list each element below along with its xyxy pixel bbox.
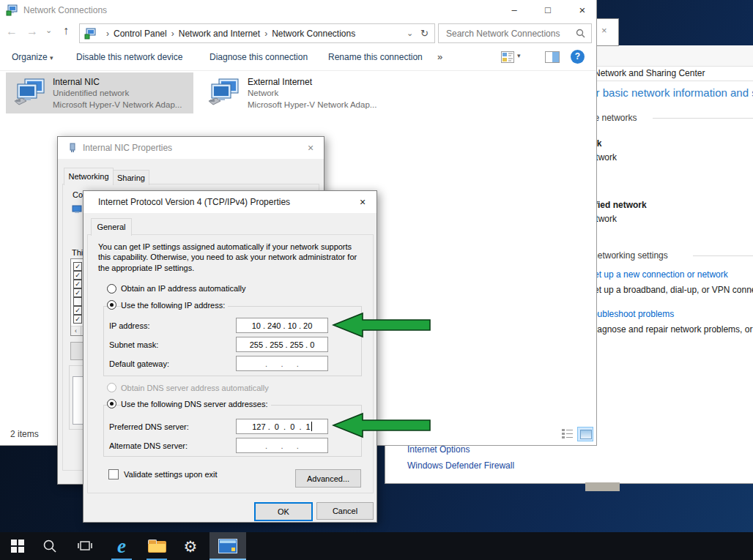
adapter-device: Microsoft Hyper-V Network Adap... bbox=[248, 100, 376, 109]
network-connections-app-icon bbox=[218, 539, 237, 553]
network-adapter-icon bbox=[207, 78, 241, 108]
window-title: Network Connections bbox=[23, 5, 107, 15]
section-rule bbox=[653, 118, 753, 119]
nsc-link-internet-options[interactable]: Internet Options bbox=[407, 444, 470, 455]
close-icon[interactable]: × bbox=[301, 141, 320, 156]
breadcrumb-location-icon bbox=[84, 28, 96, 40]
protocol-checkbox[interactable] bbox=[73, 297, 82, 306]
preferred-dns-label: Preferred DNS server: bbox=[109, 422, 189, 431]
forward-icon[interactable]: → bbox=[26, 25, 38, 38]
ok-button[interactable]: OK bbox=[254, 502, 313, 521]
close-icon[interactable]: × bbox=[601, 25, 607, 36]
tab-general[interactable]: General bbox=[91, 218, 132, 236]
minimize-button[interactable]: – bbox=[500, 0, 528, 20]
taskbar-internet-explorer[interactable]: e bbox=[105, 532, 138, 560]
refresh-icon[interactable]: ↻ bbox=[420, 28, 429, 39]
task-view-button[interactable] bbox=[70, 532, 100, 560]
scroll-left-icon[interactable]: ‹ bbox=[71, 326, 81, 335]
details-view-icon[interactable] bbox=[561, 428, 574, 440]
dialog-title-bar[interactable]: Internet Protocol Version 4 (TCP/IPv4) P… bbox=[84, 191, 376, 213]
breadcrumb-network-connections[interactable]: Network Connections bbox=[272, 29, 355, 39]
close-button[interactable]: × bbox=[568, 0, 596, 20]
protocol-checkbox[interactable]: ✓ bbox=[73, 271, 82, 280]
taskbar-settings[interactable]: ⚙ bbox=[176, 532, 205, 560]
views-dropdown-icon[interactable]: ▾ bbox=[517, 52, 521, 59]
status-bar-item-count: 2 items bbox=[10, 429, 39, 439]
network-connections-icon bbox=[6, 4, 18, 16]
default-gateway-label: Default gateway: bbox=[109, 359, 169, 368]
adapter-name: Internal NIC bbox=[53, 77, 100, 87]
search-input[interactable] bbox=[445, 28, 576, 40]
annotation-arrow-ip-address bbox=[332, 312, 431, 338]
breadcrumb-sep-icon: › bbox=[264, 29, 267, 39]
advanced-button[interactable]: Advanced... bbox=[295, 469, 361, 488]
default-gateway-input[interactable]: . . . bbox=[236, 356, 328, 371]
ip-address-input[interactable]: 10 . 240 . 10 . 20 bbox=[236, 318, 328, 333]
large-icons-view-icon[interactable] bbox=[577, 427, 593, 441]
radio-obtain-dns[interactable] bbox=[107, 383, 116, 392]
nsc-link-troubleshoot[interactable]: Troubleshoot problems bbox=[585, 309, 674, 319]
ip-address-label: IP address: bbox=[109, 321, 149, 330]
radio-use-ip[interactable] bbox=[107, 300, 116, 310]
nsc-link-setup-connection[interactable]: Set up a new connection or network bbox=[588, 269, 728, 280]
dialog-title-bar[interactable]: Internal NIC Properties × bbox=[58, 137, 324, 159]
command-bar: Organize ▾ Disable this network device D… bbox=[0, 45, 596, 71]
diagnose-connection-button[interactable]: Diagnose this connection bbox=[209, 52, 308, 62]
radio-use-ip-label: Use the following IP address: bbox=[121, 301, 228, 310]
radio-obtain-ip[interactable] bbox=[107, 284, 116, 294]
dropdown-icon: ▾ bbox=[50, 54, 53, 61]
adapter-status: Unidentified network bbox=[53, 89, 129, 97]
maximize-button[interactable]: □ bbox=[534, 0, 562, 20]
taskbar-search-button[interactable] bbox=[35, 532, 64, 560]
protocol-checkbox[interactable]: ✓ bbox=[73, 306, 82, 315]
toolbar-overflow-icon[interactable]: » bbox=[437, 51, 442, 62]
nsc-breadcrumb[interactable]: Network and Sharing Center bbox=[594, 68, 705, 78]
search-icon bbox=[42, 539, 57, 553]
alternate-dns-input[interactable]: . . . bbox=[236, 438, 328, 453]
alternate-dns-label: Alternate DNS server: bbox=[109, 441, 188, 450]
subnet-mask-input[interactable]: 255 . 255 . 255 . 0 bbox=[236, 337, 328, 352]
start-button[interactable] bbox=[3, 532, 32, 560]
validate-settings-checkbox[interactable] bbox=[108, 469, 119, 479]
protocol-checkbox[interactable]: ✓ bbox=[73, 262, 82, 271]
taskbar-file-explorer[interactable] bbox=[141, 532, 173, 560]
protocol-checkbox[interactable]: ✓ bbox=[73, 288, 82, 297]
nsc-link-windows-defender-firewall[interactable]: Windows Defender Firewall bbox=[407, 460, 514, 471]
disable-device-button[interactable]: Disable this network device bbox=[76, 52, 182, 62]
views-icon[interactable] bbox=[501, 51, 514, 63]
hidden-window-corner: × bbox=[596, 18, 619, 46]
cancel-button[interactable]: Cancel bbox=[316, 502, 374, 520]
search-box[interactable] bbox=[438, 23, 592, 43]
adapter-item-internal-nic[interactable]: Internal NIC Unidentified network Micros… bbox=[6, 72, 193, 113]
address-dropdown-icon[interactable]: ⌄ bbox=[407, 29, 413, 38]
radio-obtain-ip-label: Obtain an IP address automatically bbox=[121, 284, 245, 293]
title-bar[interactable]: Network Connections – □ × bbox=[0, 0, 596, 20]
back-icon[interactable]: ← bbox=[6, 25, 18, 38]
organize-menu[interactable]: Organize ▾ bbox=[12, 52, 53, 62]
preview-pane-icon[interactable] bbox=[545, 51, 560, 63]
breadcrumb-network-and-internet[interactable]: Network and Internet bbox=[179, 29, 260, 39]
tcpip-properties-dialog: Internet Protocol Version 4 (TCP/IPv4) P… bbox=[83, 190, 377, 523]
rename-connection-button[interactable]: Rename this connection bbox=[328, 52, 423, 62]
protocol-checkbox[interactable]: ✓ bbox=[73, 280, 82, 288]
recent-locations-chevron-icon[interactable]: ⌄ bbox=[45, 26, 52, 35]
radio-use-dns[interactable] bbox=[107, 399, 116, 408]
taskbar-network-connections-active[interactable] bbox=[209, 532, 246, 560]
adapter-item-external-internet[interactable]: External Internet Network Microsoft Hype… bbox=[201, 72, 388, 113]
up-icon[interactable]: ↑ bbox=[63, 24, 69, 37]
tab-networking[interactable]: Networking bbox=[64, 168, 114, 185]
adapter-small-icon bbox=[72, 205, 82, 214]
search-icon[interactable] bbox=[576, 29, 585, 38]
nsc-desc-troubleshoot: Diagnose and repair network problems, or… bbox=[589, 324, 753, 335]
help-icon[interactable]: ? bbox=[571, 50, 585, 64]
file-explorer-icon bbox=[148, 540, 166, 553]
section-rule bbox=[693, 255, 753, 256]
breadcrumb[interactable]: › Control Panel › Network and Internet ›… bbox=[79, 23, 435, 43]
protocol-checkbox[interactable]: ✓ bbox=[73, 315, 82, 324]
tab-sharing[interactable]: Sharing bbox=[113, 170, 149, 185]
breadcrumb-control-panel[interactable]: Control Panel bbox=[114, 29, 167, 39]
preferred-dns-input[interactable]: 127 . 0 . 0 . 1 bbox=[236, 419, 328, 434]
close-icon[interactable]: × bbox=[353, 195, 372, 210]
radio-use-dns-label: Use the following DNS server addresses: bbox=[121, 400, 271, 408]
adapter-status: Network bbox=[248, 89, 278, 97]
